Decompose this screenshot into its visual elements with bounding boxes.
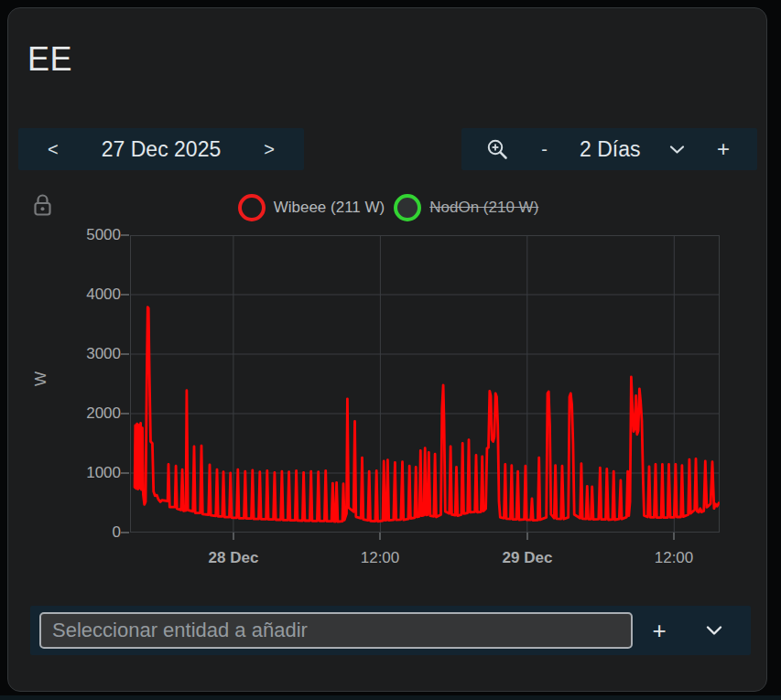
y-tick-mark	[121, 353, 129, 355]
x-tick-label: 12:00	[655, 549, 694, 567]
date-navigation: < 27 Dec 2025 >	[18, 128, 304, 170]
range-decrease-button[interactable]: -	[537, 137, 551, 162]
x-tick-mark	[526, 533, 528, 540]
background-strip	[0, 695, 781, 700]
x-tick-mark	[233, 533, 234, 540]
range-increase-button[interactable]: +	[713, 135, 733, 164]
page-title: EE	[27, 40, 72, 79]
range-dropdown-button[interactable]	[669, 145, 685, 155]
legend-marker-wibeee	[238, 194, 266, 221]
y-tick-label: 3000	[66, 345, 121, 363]
legend-item-nodon[interactable]: NodOn (210 W)	[394, 194, 538, 221]
zoom-reset-button[interactable]	[485, 137, 509, 161]
selected-date-label[interactable]: 27 Dec 2025	[102, 137, 221, 162]
x-tick-mark	[379, 533, 381, 540]
add-entity-button[interactable]: +	[633, 616, 686, 646]
y-tick-mark	[121, 413, 129, 415]
legend-marker-nodon	[394, 194, 421, 221]
y-tick-label: 4000	[66, 285, 121, 304]
chart-plot-area[interactable]	[130, 235, 720, 533]
legend-label-nodon: NodOn (210 W)	[429, 199, 538, 217]
chart-legend: Wibeee (211 W) NodOn (210 W)	[22, 194, 754, 221]
y-tick-mark	[121, 294, 129, 296]
y-tick-mark	[121, 532, 129, 533]
y-tick-mark	[121, 472, 129, 474]
series-wibeee	[135, 307, 719, 522]
y-tick-mark	[121, 234, 129, 236]
entity-expand-button[interactable]	[686, 625, 742, 636]
y-tick-label: 5000	[66, 226, 121, 244]
chevron-down-icon	[669, 145, 685, 155]
entity-search-input[interactable]	[39, 612, 633, 649]
magnifying-glass-plus-icon	[485, 137, 509, 161]
entity-picker-panel: +	[30, 606, 751, 655]
power-line-chart	[130, 235, 720, 533]
legend-item-wibeee[interactable]: Wibeee (211 W)	[238, 194, 385, 221]
x-tick-label: 28 Dec	[209, 549, 259, 567]
y-tick-label: 1000	[66, 464, 121, 482]
range-navigation: - 2 Días +	[461, 128, 757, 170]
y-axis-unit-label: W	[32, 365, 50, 393]
x-tick-label: 12:00	[361, 549, 400, 567]
chevron-down-icon	[706, 625, 722, 636]
prev-day-button[interactable]: <	[44, 137, 62, 162]
range-label[interactable]: 2 Días	[580, 137, 640, 162]
y-tick-label: 2000	[66, 404, 121, 423]
legend-label-wibeee: Wibeee (211 W)	[274, 199, 385, 217]
next-day-button[interactable]: >	[260, 137, 278, 162]
x-tick-mark	[673, 533, 675, 540]
x-tick-label: 29 Dec	[503, 549, 553, 567]
y-tick-label: 0	[66, 523, 121, 542]
